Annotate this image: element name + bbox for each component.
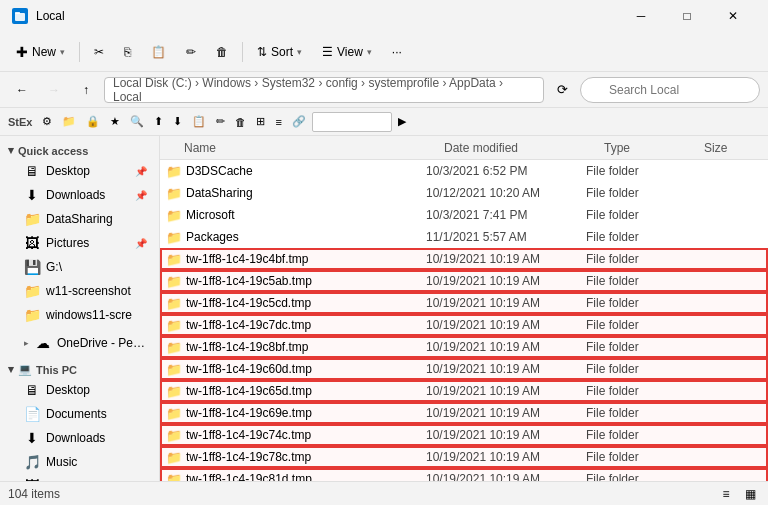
sort-button[interactable]: ⇅ Sort ▾ xyxy=(249,36,310,68)
sidebar-header-quick-access[interactable]: ▾ Quick access xyxy=(0,140,159,159)
title-bar-title: Local xyxy=(36,9,65,23)
desktop-icon: 🖥 xyxy=(24,163,40,179)
table-row[interactable]: 📁 Packages 11/1/2021 5:57 AM File folder xyxy=(160,226,768,248)
table-row[interactable]: 📁 tw-1ff8-1c4-19c74c.tmp 10/19/2021 10:1… xyxy=(160,424,768,446)
quick-access-chevron: ▾ xyxy=(8,144,14,157)
sidebar-item-pictures-pc[interactable]: 🖼 Pictures xyxy=(4,474,155,481)
sidebar-item-music[interactable]: 🎵 Music xyxy=(4,450,155,474)
view-button[interactable]: ☰ View ▾ xyxy=(314,36,380,68)
more-icon: ··· xyxy=(392,45,402,59)
close-button[interactable]: ✕ xyxy=(710,0,756,32)
table-row[interactable]: 📁 tw-1ff8-1c4-19c69e.tmp 10/19/2021 10:1… xyxy=(160,402,768,424)
stex-btn-12[interactable]: ≡ xyxy=(271,111,285,133)
folder-icon: 📁 xyxy=(166,450,182,465)
table-row[interactable]: 📁 tw-1ff8-1c4-19c65d.tmp 10/19/2021 10:1… xyxy=(160,380,768,402)
table-row[interactable]: 📁 tw-1ff8-1c4-19c5cd.tmp 10/19/2021 10:1… xyxy=(160,292,768,314)
table-row[interactable]: 📁 tw-1ff8-1c4-19c7dc.tmp 10/19/2021 10:1… xyxy=(160,314,768,336)
col-header-date[interactable]: Date modified xyxy=(444,141,604,155)
copy-button[interactable]: ⎘ xyxy=(116,36,139,68)
sidebar-item-w11-screenshot[interactable]: 📁 w11-screenshot xyxy=(4,279,155,303)
sidebar-item-desktop-pc[interactable]: 🖥 Desktop xyxy=(4,378,155,402)
toolbar-separator-1 xyxy=(79,42,80,62)
file-name: 📁 tw-1ff8-1c4-19c5cd.tmp xyxy=(166,296,426,311)
file-name: 📁 DataSharing xyxy=(166,186,426,201)
sidebar-item-windows11-scre[interactable]: 📁 windows11-scre xyxy=(4,303,155,327)
table-row[interactable]: 📁 tw-1ff8-1c4-19c4bf.tmp 10/19/2021 10:1… xyxy=(160,248,768,270)
folder-icon: 📁 xyxy=(166,230,182,245)
sidebar-item-downloads[interactable]: ⬇ Downloads 📌 xyxy=(4,183,155,207)
table-row[interactable]: 📁 tw-1ff8-1c4-19c60d.tmp 10/19/2021 10:1… xyxy=(160,358,768,380)
stex-btn-6[interactable]: ⬆ xyxy=(150,111,167,133)
stex-btn-10[interactable]: 🗑 xyxy=(231,111,250,133)
sidebar-section-thispc: ▾ 💻 This PC 🖥 Desktop 📄 Documents ⬇ Down… xyxy=(0,359,159,481)
copy-icon: ⎘ xyxy=(124,45,131,59)
table-row[interactable]: 📁 DataSharing 10/12/2021 10:20 AM File f… xyxy=(160,182,768,204)
folder-icon: 📁 xyxy=(166,362,182,377)
stex-input[interactable] xyxy=(312,112,392,132)
detail-view-button[interactable]: ▦ xyxy=(740,484,760,504)
folder-icon: 📁 xyxy=(166,296,182,311)
sidebar-header-thispc[interactable]: ▾ 💻 This PC xyxy=(0,359,159,378)
more-button[interactable]: ··· xyxy=(384,36,410,68)
table-row[interactable]: 📁 Microsoft 10/3/2021 7:41 PM File folde… xyxy=(160,204,768,226)
col-header-name[interactable]: Name xyxy=(164,141,444,155)
stex-btn-7[interactable]: ⬇ xyxy=(169,111,186,133)
file-date: 10/19/2021 10:19 AM xyxy=(426,362,586,376)
up-button[interactable]: ↑ xyxy=(72,76,100,104)
address-path[interactable]: Local Disk (C:) › Windows › System32 › c… xyxy=(104,77,544,103)
sidebar-item-g[interactable]: 💾 G:\ xyxy=(4,255,155,279)
file-date: 11/1/2021 5:57 AM xyxy=(426,230,586,244)
file-date: 10/19/2021 10:19 AM xyxy=(426,252,586,266)
table-row[interactable]: 📁 tw-1ff8-1c4-19c81d.tmp 10/19/2021 10:1… xyxy=(160,468,768,481)
back-button[interactable]: ← xyxy=(8,76,36,104)
file-type: File folder xyxy=(586,340,686,354)
sidebar-item-desktop[interactable]: 🖥 Desktop 📌 xyxy=(4,159,155,183)
pictures-label: Pictures xyxy=(46,236,129,250)
table-row[interactable]: 📁 tw-1ff8-1c4-19c78c.tmp 10/19/2021 10:1… xyxy=(160,446,768,468)
stex-btn-13[interactable]: 🔗 xyxy=(288,111,310,133)
forward-button[interactable]: → xyxy=(40,76,68,104)
maximize-button[interactable]: □ xyxy=(664,0,710,32)
refresh-button[interactable]: ⟳ xyxy=(548,76,576,104)
stex-go-btn[interactable]: ▶ xyxy=(394,111,410,133)
stex-btn-5[interactable]: 🔍 xyxy=(126,111,148,133)
col-header-type[interactable]: Type xyxy=(604,141,704,155)
stex-btn-1[interactable]: ⚙ xyxy=(38,111,56,133)
list-view-button[interactable]: ≡ xyxy=(716,484,736,504)
sidebar-item-pictures[interactable]: 🖼 Pictures 📌 xyxy=(4,231,155,255)
folder-icon: 📁 xyxy=(166,318,182,333)
stex-btn-2[interactable]: 📁 xyxy=(58,111,80,133)
file-name: 📁 tw-1ff8-1c4-19c69e.tmp xyxy=(166,406,426,421)
sidebar-item-onedrive[interactable]: ▸ ☁ OneDrive - Persor xyxy=(4,331,155,355)
cut-button[interactable]: ✂ xyxy=(86,36,112,68)
search-input[interactable] xyxy=(580,77,760,103)
rename-button[interactable]: ✏ xyxy=(178,36,204,68)
svg-rect-0 xyxy=(15,13,25,21)
windows11-scre-icon: 📁 xyxy=(24,307,40,323)
new-button[interactable]: ✚ New ▾ xyxy=(8,36,73,68)
file-date: 10/19/2021 10:19 AM xyxy=(426,318,586,332)
table-row[interactable]: 📁 tw-1ff8-1c4-19c8bf.tmp 10/19/2021 10:1… xyxy=(160,336,768,358)
view-label: View xyxy=(337,45,363,59)
stex-btn-3[interactable]: 🔒 xyxy=(82,111,104,133)
file-name: 📁 tw-1ff8-1c4-19c5ab.tmp xyxy=(166,274,426,289)
sidebar-item-downloads-pc[interactable]: ⬇ Downloads xyxy=(4,426,155,450)
file-date: 10/19/2021 10:19 AM xyxy=(426,406,586,420)
col-header-size[interactable]: Size xyxy=(704,141,764,155)
paste-button[interactable]: 📋 xyxy=(143,36,174,68)
minimize-button[interactable]: ─ xyxy=(618,0,664,32)
sort-chevron: ▾ xyxy=(297,47,302,57)
table-row[interactable]: 📁 tw-1ff8-1c4-19c5ab.tmp 10/19/2021 10:1… xyxy=(160,270,768,292)
delete-button[interactable]: 🗑 xyxy=(208,36,236,68)
stex-btn-8[interactable]: 📋 xyxy=(188,111,210,133)
stex-btn-9[interactable]: ✏ xyxy=(212,111,229,133)
sidebar-item-documents[interactable]: 📄 Documents xyxy=(4,402,155,426)
stex-btn-4[interactable]: ★ xyxy=(106,111,124,133)
sidebar-section-onedrive: ▸ ☁ OneDrive - Persor xyxy=(0,331,159,355)
table-row[interactable]: 📁 D3DSCache 10/3/2021 6:52 PM File folde… xyxy=(160,160,768,182)
file-name: 📁 tw-1ff8-1c4-19c60d.tmp xyxy=(166,362,426,377)
file-date: 10/19/2021 10:19 AM xyxy=(426,340,586,354)
sidebar-item-datasharing[interactable]: 📁 DataSharing xyxy=(4,207,155,231)
stex-btn-11[interactable]: ⊞ xyxy=(252,111,269,133)
desktop-label: Desktop xyxy=(46,164,129,178)
